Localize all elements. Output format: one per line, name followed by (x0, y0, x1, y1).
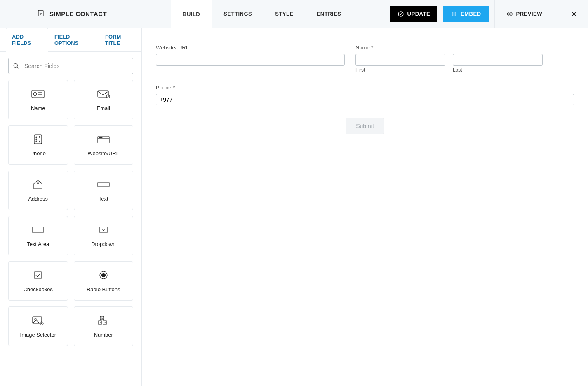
form-icon (37, 9, 45, 19)
form-title: SIMPLE CONTACT (49, 10, 107, 17)
sidebar-tabs: ADD FIELDS FIELD OPTIONS FORM TITLE (0, 28, 141, 52)
website-input[interactable] (156, 54, 345, 66)
first-name-input[interactable] (355, 54, 445, 66)
phone-icon (31, 134, 45, 145)
close-button[interactable] (560, 0, 588, 28)
embed-label: EMBED (461, 11, 481, 17)
search-wrap (0, 52, 141, 80)
phone-label: Phone * (156, 84, 574, 91)
last-label: Last (453, 67, 543, 73)
field-card-label: Text Area (27, 241, 49, 247)
submit-button[interactable]: Submit (346, 118, 384, 134)
field-card-textarea[interactable]: Text Area (8, 216, 68, 255)
embed-button[interactable]: EMBED (443, 6, 488, 22)
checkbox-icon (31, 270, 45, 281)
field-card-dropdown[interactable]: Dropdown (74, 216, 134, 255)
tab-style[interactable]: STYLE (263, 0, 305, 28)
sidebar-tab-form-title[interactable]: FORM TITLE (99, 28, 141, 52)
field-card-label: Radio Buttons (87, 286, 120, 292)
field-card-label: Website/URL (88, 150, 119, 157)
tab-entries[interactable]: ENTRIES (305, 0, 353, 28)
field-phone[interactable]: Phone * (156, 84, 574, 105)
phone-input[interactable] (156, 94, 574, 105)
field-card-label: Dropdown (91, 241, 115, 247)
field-card-phone[interactable]: Phone (8, 125, 68, 165)
field-card-number[interactable]: Number (74, 306, 134, 346)
field-card-label: Phone (30, 150, 46, 157)
svg-point-5 (509, 13, 510, 15)
search (8, 58, 133, 74)
name-pair: First Last (355, 54, 574, 73)
update-button[interactable]: UPDATE (390, 6, 437, 22)
field-card-url[interactable]: Website/URL (74, 125, 134, 165)
preview-label: PREVIEW (516, 11, 542, 17)
dropdown-icon (96, 225, 111, 235)
field-card-name[interactable]: Name (8, 80, 68, 119)
sidebar-tab-add-fields[interactable]: ADD FIELDS (6, 28, 48, 52)
number-icon (96, 315, 111, 326)
url-icon (96, 134, 111, 145)
sidebar-tab-field-options[interactable]: FIELD OPTIONS (48, 28, 99, 52)
fields-grid: NameEmailPhoneWebsite/URLAddressTextText… (0, 80, 141, 354)
last-name-input[interactable] (453, 54, 543, 66)
address-icon (31, 179, 45, 190)
field-card-address[interactable]: Address (8, 171, 68, 210)
text-icon (96, 179, 111, 190)
search-icon (12, 62, 20, 70)
name-icon (31, 89, 45, 99)
row-1: Website/ URL Name * First Last (156, 44, 574, 73)
top-header: SIMPLE CONTACT BUILD SETTINGS STYLE ENTR… (0, 0, 588, 28)
svg-point-4 (398, 12, 403, 16)
search-input[interactable] (8, 58, 133, 74)
field-card-label: Checkboxes (23, 286, 53, 292)
field-name[interactable]: Name * First Last (355, 44, 574, 73)
top-tabs: BUILD SETTINGS STYLE ENTRIES (171, 0, 353, 28)
spacer (353, 0, 390, 28)
svg-line-9 (17, 67, 19, 68)
preview-button[interactable]: PREVIEW (494, 0, 554, 28)
field-card-text[interactable]: Text (74, 171, 134, 210)
name-label: Name * (355, 44, 574, 51)
update-label: UPDATE (407, 11, 430, 17)
form-canvas: Website/ URL Name * First Last Ph (142, 28, 588, 386)
field-card-label: Text (99, 196, 108, 202)
image-icon (31, 315, 45, 326)
field-card-label: Email (96, 105, 110, 111)
field-website[interactable]: Website/ URL (156, 44, 345, 73)
first-label: First (355, 67, 445, 73)
submit-wrap: Submit (156, 118, 574, 134)
header-left: SIMPLE CONTACT (0, 0, 171, 28)
field-card-label: Image Selector (20, 332, 56, 338)
tab-settings[interactable]: SETTINGS (212, 0, 263, 28)
field-card-label: Number (94, 332, 113, 338)
email-icon (96, 89, 111, 99)
tab-build[interactable]: BUILD (171, 0, 212, 28)
field-card-email[interactable]: Email (74, 80, 134, 119)
svg-point-8 (14, 63, 17, 67)
field-card-image[interactable]: Image Selector (8, 306, 68, 346)
radio-icon (96, 270, 111, 281)
field-card-checkbox[interactable]: Checkboxes (8, 261, 68, 301)
sidebar: ADD FIELDS FIELD OPTIONS FORM TITLE Name… (0, 28, 142, 386)
main: ADD FIELDS FIELD OPTIONS FORM TITLE Name… (0, 28, 588, 386)
top-actions: UPDATE EMBED PREVIEW (390, 0, 588, 28)
field-card-label: Address (28, 196, 48, 202)
field-card-radio[interactable]: Radio Buttons (74, 261, 134, 301)
field-card-label: Name (31, 105, 45, 111)
website-label: Website/ URL (156, 44, 345, 51)
textarea-icon (31, 225, 45, 235)
